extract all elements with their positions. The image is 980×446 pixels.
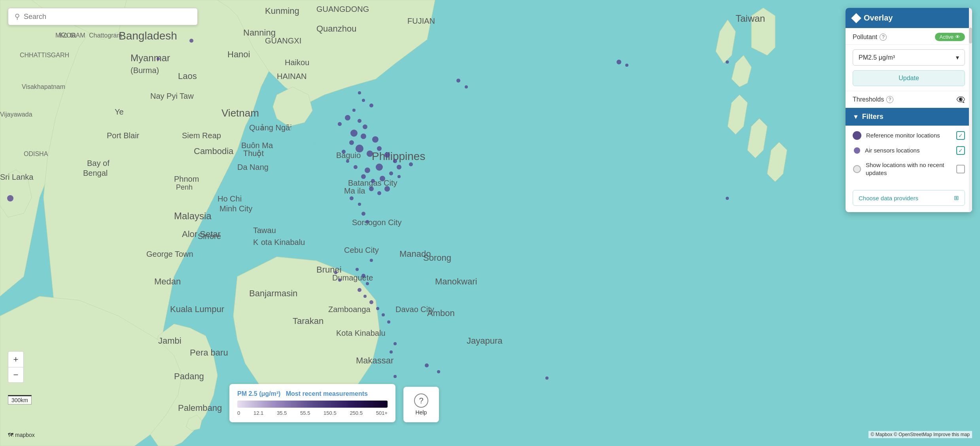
svg-text:GUANGDONG: GUANGDONG [316,5,369,13]
svg-text:GUANGXI: GUANGXI [265,36,301,45]
dropdown-arrow-icon: ▾ [956,54,959,61]
svg-text:Visakhapatnam: Visakhapatnam [22,83,65,90]
svg-text:Kuala Lumpur: Kuala Lumpur [170,304,224,314]
update-button[interactable]: Update [853,70,965,86]
thresholds-text: Thresholds [853,96,884,103]
no-recent-checkbox[interactable] [956,165,965,173]
svg-text:Vijayawada: Vijayawada [0,111,32,118]
pm25-dropdown[interactable]: PM2.5 μg/m³ ▾ [853,49,965,66]
air-sensors-checkbox[interactable]: ✓ [956,146,965,155]
thresholds-eye-icon[interactable]: 👁‍🗨 [956,95,965,104]
svg-text:Haikou: Haikou [285,58,309,67]
overlay-panel: Overlay Pollutant ? Active 👁 PM2.5 μg/m³… [846,8,972,212]
filters-body: Reference monitor locations ✓ Air sensor… [846,126,972,188]
svg-text:Kota Kinabalu: Kota Kinabalu [336,329,386,337]
svg-text:Laos: Laos [178,71,197,81]
svg-text:Vietnam: Vietnam [221,107,259,119]
filters-title: Filters [862,113,884,121]
svg-text:Ho Chi: Ho Chi [218,194,242,203]
filter-air-sensors: Air sensors locations ✓ [853,146,965,155]
svg-text:CHHATTISGARH: CHHATTISGARH [20,52,69,58]
filter-reference-monitor-label: Reference monitor locations [866,132,952,139]
filter-air-sensors-label: Air sensors locations [865,147,952,154]
pollutant-row: Pollutant ? Active 👁 [846,28,972,45]
svg-text:Quanzhou: Quanzhou [316,24,357,34]
mapbox-logo: 🗺 mapbox [8,432,35,438]
scale-label: 300km [8,395,32,405]
svg-text:HAINAN: HAINAN [277,72,307,81]
svg-text:Thuột: Thuột [243,149,264,158]
svg-text:Bay of: Bay of [87,159,110,167]
svg-text:Da Nang: Da Nang [237,163,269,171]
svg-text:Kunming: Kunming [265,6,299,16]
svg-text:Kota Kinabalu: Kota Kinabalu [253,238,305,247]
legend-title: PM 2.5 (μg/m³) Most recent measurements [237,390,388,397]
svg-text:Davao City: Davao City [395,305,434,314]
search-icon: ⚲ [15,12,20,21]
svg-text:Sri Lanka: Sri Lanka [0,173,34,181]
svg-text:ine: ine [467,81,484,96]
svg-text:Jayapura: Jayapura [467,336,503,346]
filter-no-recent-label: Show locations with no recent updates [866,161,952,177]
legend: PM 2.5 (μg/m³) Most recent measurements … [229,384,395,422]
mapbox-logo-icon: 🗺 [8,432,13,438]
legend-val-5: 250.5 [350,410,363,416]
svg-text:Jambi: Jambi [158,336,182,346]
svg-text:Dumaguete: Dumaguete [332,273,373,282]
svg-text:Cambodia: Cambodia [194,146,234,156]
pollutant-text: Pollutant [853,34,877,41]
search-input[interactable] [24,13,191,21]
svg-text:Nay Pyi Taw: Nay Pyi Taw [150,92,194,100]
svg-text:Ko ta: Ko ta [59,31,76,39]
pm25-selected-value: PM2.5 μg/m³ [859,54,895,61]
svg-text:Sea: Sea [295,152,314,164]
svg-text:China: China [289,138,318,151]
svg-text:(Burma): (Burma) [131,66,159,75]
legend-subtitle: Most recent measurements [286,390,368,397]
thresholds-help-icon[interactable]: ? [886,96,893,103]
svg-text:Sea: Sea [467,97,486,109]
svg-text:Sorsogon City: Sorsogon City [352,218,402,227]
zoom-controls: + − [8,351,24,383]
svg-text:Phnom: Phnom [174,175,199,183]
zoom-out-button[interactable]: − [8,367,24,383]
zoom-in-button[interactable]: + [8,351,24,367]
legend-pollutant: PM 2.5 (μg/m³) [237,390,280,397]
svg-text:Port Blair: Port Blair [107,131,140,140]
svg-text:Minh City: Minh City [219,204,252,213]
map[interactable]: Bangladesh Myanmar (Burma) Laos Vietnam … [0,0,980,446]
reference-monitor-dot [853,131,861,140]
legend-val-3: 55.5 [300,410,310,416]
svg-text:Taiwan: Taiwan [736,13,765,24]
thresholds-row: Thresholds ? 👁‍🗨 [846,91,972,108]
attribution[interactable]: © Mapbox © OpenStreetMap Improve this ma… [868,431,972,438]
svg-text:South: South [289,124,318,137]
svg-text:Ma ila: Ma ila [344,186,365,195]
svg-text:Banjarmasin: Banjarmasin [249,288,297,298]
svg-text:Baguio: Baguio [336,151,361,160]
svg-text:Batangas City: Batangas City [348,179,397,187]
svg-text:Siem Reap: Siem Reap [182,131,221,140]
panel-scrollbar[interactable] [969,8,972,212]
legend-val-6: 501+ [376,410,388,416]
filter-no-recent: Show locations with no recent updates [853,161,965,177]
choose-providers-button[interactable]: Choose data providers ⊞ [853,190,965,206]
reference-monitor-checkbox[interactable]: ✓ [956,131,965,140]
active-eye-icon: 👁 [955,34,960,40]
pollutant-label: Pollutant ? [853,34,887,41]
svg-text:Cebu City: Cebu City [344,246,379,254]
legend-val-0: 0 [237,410,240,416]
legend-labels: 0 12.1 35.5 55.5 150.5 250.5 501+ [237,410,388,416]
overlay-header: Overlay [846,8,972,28]
help-button[interactable]: ? Help [403,387,439,422]
scroll-thumb [969,28,972,43]
search-bar: ⚲ [8,8,198,25]
help-label: Help [416,409,427,416]
svg-text:Hanoi: Hanoi [227,49,250,59]
svg-text:Palembang: Palembang [178,403,222,413]
pollutant-help-icon[interactable]: ? [880,34,887,41]
svg-text:Chattogram: Chattogram [89,32,122,39]
svg-text:Manokwari: Manokwari [435,277,477,286]
svg-text:ODISHA: ODISHA [24,151,48,157]
svg-text:Myanmar: Myanmar [131,53,170,63]
